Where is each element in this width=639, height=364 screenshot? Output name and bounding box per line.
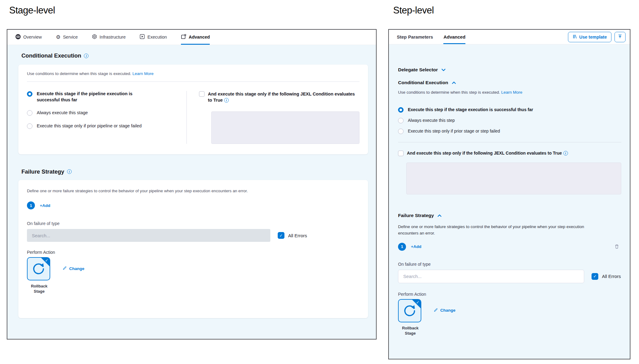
jexl-condition-checkbox-row[interactable]: And execute this step only if the follow…: [398, 150, 621, 156]
info-icon[interactable]: i: [224, 98, 229, 103]
failure-type-search-input[interactable]: [27, 229, 270, 242]
section-title: Failure Strategy: [21, 168, 64, 175]
all-errors-label: All Errors: [602, 274, 621, 279]
chevron-up-icon: [452, 80, 456, 85]
learn-more-link[interactable]: Learn More: [132, 71, 153, 76]
upload-icon: [618, 34, 622, 40]
section-title: Conditional Execution: [21, 52, 81, 59]
change-label: Change: [69, 266, 85, 271]
section-title: Failure Strategy: [398, 213, 434, 218]
step-panel: Step Parameters Advanced Use template: [388, 29, 630, 359]
header-actions: Use template: [568, 30, 626, 44]
tab-execution[interactable]: Execution: [140, 30, 167, 45]
conditional-execution-description: Use conditions to determine when this st…: [398, 90, 621, 95]
save-as-template-button[interactable]: [615, 32, 626, 42]
conditional-execution-description: Use conditions to determine when this st…: [27, 71, 359, 76]
tab-label: Overview: [23, 35, 42, 39]
tab-label: Advanced: [189, 35, 210, 39]
change-action-link[interactable]: Change: [434, 308, 456, 313]
radio-label: Execute this step only if prior stage or…: [408, 128, 500, 134]
description-text: Use conditions to determine when this st…: [398, 90, 500, 95]
execution-icon: [140, 34, 145, 40]
chevron-down-icon: [442, 67, 445, 73]
conditional-execution-heading-row: Conditional Execution i: [21, 52, 368, 59]
radio-option-always[interactable]: Always execute this step: [398, 118, 621, 123]
radio-icon: [27, 123, 32, 129]
step-level-title: Step-level: [393, 5, 434, 16]
tab-label: Execution: [147, 35, 167, 39]
conditional-execution-toggle[interactable]: Conditional Execution: [398, 80, 621, 85]
tab-advanced[interactable]: Advanced: [443, 30, 465, 44]
failure-type-row: ✓ All Errors: [27, 229, 359, 242]
jexl-condition-input[interactable]: [406, 163, 621, 194]
failure-type-search-input[interactable]: [398, 270, 584, 283]
stage-tabbar: Overview ⚙ Service Infrastructure Execut…: [7, 30, 376, 45]
tab-step-parameters[interactable]: Step Parameters: [397, 30, 433, 44]
change-label: Change: [440, 308, 456, 313]
rollback-stage-tile[interactable]: ✓: [398, 299, 421, 322]
selected-action-name: Rollback Stage: [27, 284, 51, 294]
radio-icon: [27, 91, 32, 97]
strategy-badge[interactable]: 1: [27, 201, 35, 209]
radio-label: Execute this stage if the pipeline execu…: [37, 91, 138, 103]
radio-option-failed[interactable]: Execute this stage only if prior pipelin…: [27, 123, 180, 129]
checkbox-icon: [398, 151, 404, 156]
failure-strategy-heading-row: Failure Strategy i: [21, 168, 368, 175]
jexl-label-wrap: And execute this step only if the follow…: [407, 150, 568, 156]
jexl-condition-input[interactable]: [211, 111, 359, 144]
all-errors-label: All Errors: [288, 233, 307, 238]
add-strategy-button[interactable]: +Add: [40, 203, 50, 208]
jexl-label-wrap: And execute this stage only if the follo…: [208, 91, 356, 103]
overview-icon: [15, 34, 21, 40]
failure-strategy-description: Define one or more failure strategies to…: [27, 188, 359, 194]
add-strategy-button[interactable]: +Add: [411, 244, 421, 249]
delete-strategy-button[interactable]: [614, 244, 619, 249]
jexl-condition-checkbox-row[interactable]: And execute this stage only if the follo…: [199, 91, 359, 103]
infrastructure-icon: [92, 34, 97, 40]
info-icon[interactable]: i: [67, 169, 72, 174]
failure-type-row: ✓ All Errors: [398, 270, 621, 283]
conditional-execution-columns: Execute this stage if the pipeline execu…: [27, 91, 359, 144]
divider: [398, 142, 621, 142]
info-icon[interactable]: i: [563, 151, 568, 156]
all-errors-checkbox-row[interactable]: ✓ All Errors: [592, 273, 621, 280]
stage-level-title: Stage-level: [9, 5, 55, 16]
strategy-badge[interactable]: 1: [398, 243, 406, 251]
conditional-execution-card: Use conditions to determine when this st…: [18, 65, 368, 154]
perform-action-row: ✓ Rollback Stage Change: [27, 257, 359, 294]
change-action-link[interactable]: Change: [62, 266, 85, 271]
step-tabbar: Step Parameters Advanced Use template: [389, 30, 630, 44]
pencil-icon: [434, 308, 438, 313]
radio-icon: [398, 118, 404, 123]
radio-option-failed[interactable]: Execute this step only if prior stage or…: [398, 128, 621, 134]
radio-option-success[interactable]: Execute this step if the stage execution…: [398, 107, 621, 113]
rollback-stage-tile[interactable]: ✓: [27, 257, 50, 280]
info-icon[interactable]: i: [84, 54, 88, 58]
radio-option-success[interactable]: Execute this stage if the pipeline execu…: [27, 91, 180, 103]
perform-action-label: Perform Action: [398, 292, 621, 297]
radio-option-always[interactable]: Always execute this stage: [27, 110, 180, 116]
failure-strategy-card: Define one or more failure strategies to…: [18, 180, 368, 318]
check-icon: ✓: [280, 234, 283, 238]
use-template-button[interactable]: Use template: [568, 32, 611, 42]
gear-icon: ⚙: [56, 35, 60, 40]
tab-advanced[interactable]: Advanced: [181, 30, 210, 45]
all-errors-checkbox-row[interactable]: ✓ All Errors: [278, 232, 307, 239]
selected-check-icon: ✓: [45, 258, 48, 263]
selected-action-name: Rollback Stage: [398, 326, 423, 336]
learn-more-link[interactable]: Learn More: [501, 90, 522, 95]
strategy-badge-row: 1 +Add: [398, 243, 621, 251]
radio-label: Execute this stage only if prior pipelin…: [37, 123, 142, 129]
delegate-selector-toggle[interactable]: Delegate Selector: [398, 67, 621, 73]
tab-service[interactable]: ⚙ Service: [56, 30, 78, 45]
on-failure-label: On failure of type: [398, 262, 621, 267]
radio-icon: [398, 107, 404, 113]
failure-strategy-toggle[interactable]: Failure Strategy: [398, 213, 621, 218]
stage-advanced-content: Conditional Execution i Use conditions t…: [7, 45, 376, 339]
template-library-icon: [573, 34, 577, 40]
tab-overview[interactable]: Overview: [15, 30, 42, 45]
perform-action-label: Perform Action: [27, 250, 359, 255]
jexl-condition-section: And execute this stage only if the follo…: [187, 91, 359, 144]
tab-infrastructure[interactable]: Infrastructure: [92, 30, 126, 45]
section-title: Conditional Execution: [398, 80, 448, 85]
